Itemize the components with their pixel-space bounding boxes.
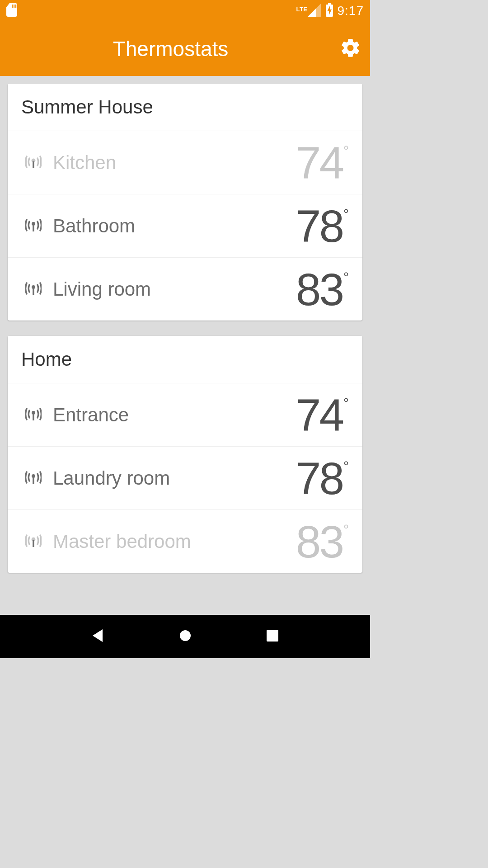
status-right-cluster: LTE 9:17 — [296, 3, 364, 19]
room-temperature: 74 ° — [296, 392, 349, 438]
thermostat-row[interactable]: Bathroom 78 ° — [8, 194, 362, 257]
settings-button[interactable] — [339, 38, 362, 60]
sd-card-icon — [6, 3, 17, 19]
signal-icon — [25, 155, 42, 171]
temperature-value: 74 — [296, 392, 343, 438]
room-name: Master bedroom — [49, 531, 296, 552]
cellular-signal-icon — [308, 3, 321, 19]
degree-symbol: ° — [343, 523, 349, 536]
room-name: Bathroom — [49, 215, 296, 237]
temperature-value: 83 — [296, 267, 343, 312]
svg-rect-8 — [33, 225, 34, 231]
app-bar: Thermostats — [0, 22, 370, 76]
svg-rect-2 — [15, 5, 16, 8]
room-temperature: 78 ° — [296, 456, 349, 501]
thermostat-row[interactable]: Master bedroom 83 ° — [8, 509, 362, 573]
degree-symbol: ° — [343, 270, 349, 284]
room-temperature: 78 ° — [296, 203, 349, 249]
svg-rect-16 — [33, 540, 34, 547]
degree-symbol: ° — [343, 207, 349, 221]
gear-icon — [340, 37, 361, 61]
content-area: Summer House Kitchen 74 ° — [0, 76, 370, 580]
nav-recents-button[interactable] — [261, 625, 284, 648]
status-clock: 9:17 — [338, 4, 364, 18]
room-temperature: 74 ° — [296, 140, 349, 185]
thermostat-row[interactable]: Living room 83 ° — [8, 257, 362, 321]
home-icon — [177, 627, 193, 646]
signal-icon — [25, 470, 42, 486]
svg-rect-6 — [33, 161, 34, 168]
room-temperature: 83 ° — [296, 519, 349, 564]
signal-icon — [25, 407, 42, 423]
nav-back-button[interactable] — [87, 625, 109, 648]
battery-charging-icon — [325, 3, 334, 19]
svg-rect-14 — [33, 477, 34, 484]
temperature-value: 83 — [296, 519, 343, 564]
svg-rect-12 — [33, 414, 34, 420]
svg-rect-0 — [12, 5, 13, 8]
svg-rect-1 — [14, 5, 14, 8]
svg-rect-10 — [33, 288, 34, 295]
svg-point-17 — [180, 630, 191, 641]
thermostat-row[interactable]: Entrance 74 ° — [8, 383, 362, 446]
thermostat-group-card: Home Entrance 74 ° — [8, 336, 362, 573]
room-name: Kitchen — [49, 152, 296, 174]
room-name: Living room — [49, 278, 296, 300]
status-bar: LTE 9:17 — [0, 0, 370, 22]
thermostat-group-card: Summer House Kitchen 74 ° — [8, 84, 362, 321]
thermostat-row[interactable]: Kitchen 74 ° — [8, 131, 362, 194]
temperature-value: 74 — [296, 140, 343, 185]
svg-rect-3 — [328, 3, 331, 5]
svg-rect-18 — [267, 630, 278, 642]
temperature-value: 78 — [296, 456, 343, 501]
system-nav-bar — [0, 615, 370, 658]
status-left-cluster — [6, 3, 17, 19]
room-temperature: 83 ° — [296, 267, 349, 312]
back-icon — [90, 627, 106, 646]
group-title: Home — [8, 336, 362, 383]
signal-icon — [25, 281, 42, 297]
temperature-value: 78 — [296, 203, 343, 249]
thermostat-row[interactable]: Laundry room 78 ° — [8, 446, 362, 509]
room-name: Entrance — [49, 404, 296, 426]
signal-icon — [25, 218, 42, 234]
group-title: Summer House — [8, 84, 362, 131]
degree-symbol: ° — [343, 459, 349, 473]
nav-home-button[interactable] — [174, 625, 197, 648]
degree-symbol: ° — [343, 396, 349, 410]
lte-label: LTE — [296, 6, 307, 13]
room-name: Laundry room — [49, 467, 296, 489]
degree-symbol: ° — [343, 144, 349, 157]
page-title: Thermostats — [113, 37, 229, 61]
recents-icon — [265, 628, 280, 645]
signal-icon — [25, 533, 42, 550]
